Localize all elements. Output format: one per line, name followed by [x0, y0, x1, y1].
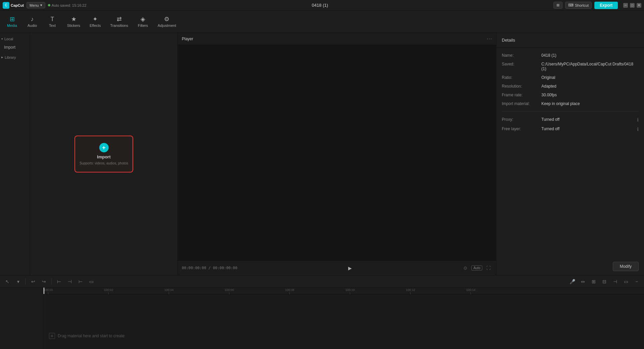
fullscreen-icon[interactable]: ⛶: [485, 265, 492, 271]
detail-label-proxy: Proxy:: [502, 117, 539, 122]
detail-row-framerate: Frame rate: 30.00fps: [502, 93, 639, 97]
local-section-header[interactable]: ▾ Local: [1, 36, 29, 42]
ruler-mark-2: 100:02: [104, 288, 113, 294]
detail-row-ratio: Ratio: Original: [502, 75, 639, 80]
auto-saved-text: Auto saved: 15:16:22: [52, 3, 87, 7]
detail-label-resolution: Resolution:: [502, 84, 539, 89]
detail-label-import-material: Import material:: [502, 101, 539, 106]
close-button[interactable]: ✕: [637, 3, 641, 8]
timeline-right-controls: 🎤 ⇔ ⊞ ⊟ ⊣ ▭ −: [568, 277, 641, 286]
auto-saved: Auto saved: 15:16:22: [48, 3, 87, 7]
player-title: Player: [182, 37, 193, 41]
toolbar-item-adjustment[interactable]: ⚙ Adjustment: [154, 14, 180, 30]
player-options-icon[interactable]: ⋯: [487, 36, 492, 42]
menu-button[interactable]: Menu ▾: [26, 2, 45, 8]
capcut-logo: C CapCut: [3, 2, 24, 9]
play-button[interactable]: ▶: [346, 264, 354, 272]
redo-button[interactable]: ↪: [39, 277, 49, 286]
title-bar-right: ⊞ ⌨ Shortcut Export ─ □ ✕: [553, 2, 641, 9]
split-button[interactable]: ⊢: [54, 277, 64, 286]
toolbar-item-text[interactable]: T Text: [43, 14, 62, 30]
library-section-header[interactable]: ▸ Library: [1, 54, 29, 61]
effects-label: Effects: [90, 23, 101, 28]
timeline-minus-icon[interactable]: −: [632, 277, 641, 286]
time-separator: /: [208, 266, 213, 270]
detail-value-proxy: Turned off: [541, 117, 634, 122]
import-dropzone[interactable]: + Import Supports: videos, audios, photo…: [74, 136, 133, 172]
audio-label: Audio: [28, 23, 37, 28]
restore-button[interactable]: □: [630, 3, 635, 8]
details-panel: Details Name: 0418 (1) Saved: C:/Users/M…: [496, 33, 644, 275]
player-controls: 00:00:00:00 / 00:00:00:00 ▶ ⊙ Auto ⛶: [178, 260, 496, 275]
layout-button[interactable]: ⊞: [553, 2, 562, 9]
toolbar-item-stickers[interactable]: ★ Stickers: [63, 14, 84, 30]
detail-value-framerate: 30.00fps: [541, 93, 639, 97]
local-label: Local: [4, 37, 13, 41]
detail-value-free-layer: Turned off: [541, 127, 634, 131]
layout-icon: ⊞: [556, 3, 559, 7]
timeline: ↖ ▾ ↩ ↪ ⊢ ⊣ ⊢ ▭ 🎤 ⇔ ⊞ ⊟ ⊣ ▭ − 100:00: [0, 275, 644, 349]
import-plus-icon: +: [99, 143, 109, 152]
filters-label: Filters: [138, 23, 148, 28]
select-tool-button[interactable]: ↖: [3, 277, 12, 286]
import-sidebar-btn[interactable]: Import: [1, 44, 29, 51]
delete-button[interactable]: ▭: [87, 277, 96, 286]
undo-button[interactable]: ↩: [29, 277, 38, 286]
timeline-caption-icon[interactable]: ▭: [621, 277, 631, 286]
ruler-mark-0: 100:00: [44, 288, 53, 294]
timeline-zoom-in-icon[interactable]: ⇔: [578, 277, 588, 286]
detail-label-ratio: Ratio:: [502, 75, 539, 80]
detail-value-resolution: Adapted: [541, 84, 639, 89]
toolbar-item-media[interactable]: ⊞ Media: [3, 14, 21, 30]
proxy-info-icon[interactable]: ℹ: [637, 117, 639, 122]
details-body: Name: 0418 (1) Saved: C:/Users/MyPC/AppD…: [496, 48, 644, 258]
time-current: 00:00:00:00: [182, 266, 206, 270]
saved-dot-icon: [48, 4, 50, 6]
detail-value-ratio: Original: [541, 75, 639, 80]
time-total: 00:00:00:00: [213, 266, 237, 270]
filters-icon: ◈: [141, 16, 145, 22]
stickers-icon: ★: [71, 16, 76, 22]
select-tool-dropdown[interactable]: ▾: [13, 277, 23, 286]
toolbar-item-audio[interactable]: ♪ Audio: [23, 14, 42, 30]
ruler-mark-8: 100:08: [285, 288, 294, 294]
ruler-mark-4: 100:04: [164, 288, 174, 294]
free-layer-info-icon[interactable]: ℹ: [637, 127, 639, 132]
modify-button[interactable]: Modify: [613, 262, 639, 271]
timeline-ruler: 100:00 100:02 100:04 100:06 100:08: [44, 288, 644, 294]
timeline-chain-icon[interactable]: ⊟: [600, 277, 609, 286]
detail-row-import-material: Import material: Keep in original place: [502, 101, 639, 106]
import-area-label: Import: [97, 154, 110, 159]
toolbar-item-filters[interactable]: ◈ Filters: [133, 14, 152, 30]
timeline-split-icon[interactable]: ⊣: [610, 277, 620, 286]
left-panel: ▾ Local Import ▸ Library + Import Suppor…: [0, 33, 178, 275]
detail-label-framerate: Frame rate:: [502, 93, 539, 97]
details-title: Details: [502, 38, 515, 43]
toolbar-item-effects[interactable]: ✦ Effects: [86, 14, 105, 30]
window-controls: ─ □ ✕: [623, 3, 641, 8]
player-canvas: [178, 45, 496, 260]
ratio-button[interactable]: Auto: [471, 265, 482, 270]
import-area-sublabel: Supports: videos, audios, photos: [79, 161, 128, 165]
logo-text: CapCut: [11, 3, 24, 7]
timeline-cursor: [44, 288, 44, 294]
player-header: Player ⋯: [178, 33, 496, 45]
drag-hint-icon: ⊞: [49, 333, 55, 339]
minimize-button[interactable]: ─: [623, 3, 628, 8]
project-title: 0418 (1): [312, 3, 328, 8]
export-button[interactable]: Export: [594, 2, 618, 9]
trim-left-button[interactable]: ⊣: [65, 277, 74, 286]
drag-hint: ⊞ Drag material here and start to create: [49, 333, 124, 339]
timeline-link-icon[interactable]: ⊞: [589, 277, 598, 286]
shortcut-button[interactable]: ⌨ Shortcut: [565, 2, 592, 9]
detail-row-saved: Saved: C:/Users/MyPC/AppData/Local/CapCu…: [502, 62, 639, 71]
tl-separator-1: [25, 278, 26, 285]
drag-hint-text: Drag material here and start to create: [58, 334, 124, 338]
timeline-tracks[interactable]: 100:00 100:02 100:04 100:06 100:08: [44, 288, 644, 349]
adjustment-icon: ⚙: [164, 16, 169, 22]
mic-icon[interactable]: 🎤: [568, 277, 577, 286]
toolbar-item-transitions[interactable]: ⇄ Transitions: [106, 14, 132, 30]
screenshot-icon[interactable]: ⊙: [462, 265, 469, 271]
trim-right-button[interactable]: ⊢: [76, 277, 85, 286]
detail-label-saved: Saved:: [502, 62, 539, 66]
